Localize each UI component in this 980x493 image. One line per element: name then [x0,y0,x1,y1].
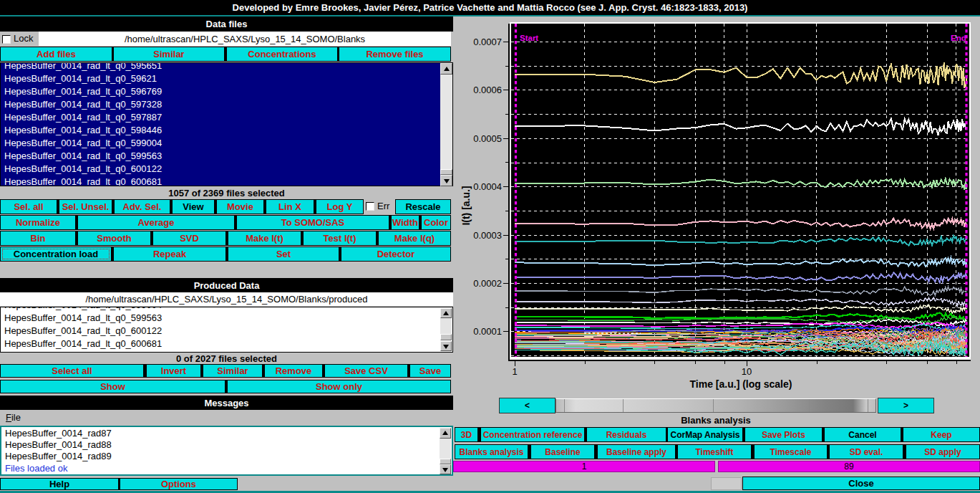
svg-text:End: End [951,34,966,42]
svg-text:Start: Start [520,34,538,42]
